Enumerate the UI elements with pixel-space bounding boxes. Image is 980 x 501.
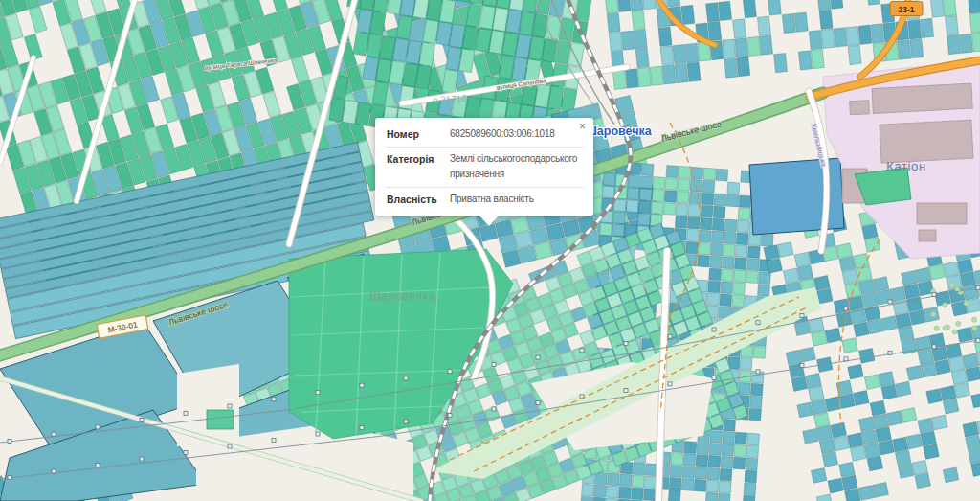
popup-row-number: Номер 6825089600:03:006:1018 [387,125,584,145]
area-label-sharovechka-field: Шаровечка [369,289,435,303]
popup-separator [387,187,584,188]
road-badge-23-1: 23-1 [890,2,923,16]
cadastral-zone-label: о 21716 [432,93,467,105]
place-label-sharovechka: Шаровечка [585,125,652,138]
popup-pointer [479,215,500,226]
popup-close-button[interactable]: × [579,121,586,132]
popup-row-ownership: Власність Приватна власність [387,190,584,210]
popup-separator [387,147,584,148]
parcel-info-popup: × Номер 6825089600:03:006:1018 Категорія… [375,118,593,216]
popup-field-value: Землі сільськогосподарського призначення [442,151,584,183]
popup-row-category: Категорія Землі сільськогосподарського п… [387,149,584,185]
road-badge-23-1-label: 23-1 [898,5,914,14]
popup-field-label: Власність [387,192,442,208]
popup-field-label: Категорія [387,151,442,183]
map-canvas[interactable]: о 21716 вулиця Тараса Шевченка вулиця Са… [0,0,980,501]
popup-field-value: Приватна власність [442,192,584,208]
popup-field-label: Номер [387,126,442,143]
place-label-kation: Катіон [886,159,925,173]
popup-field-value: 6825089600:03:006:1018 [442,126,584,143]
map-viewport[interactable]: о 21716 вулиця Тараса Шевченка вулиця Са… [0,0,980,501]
